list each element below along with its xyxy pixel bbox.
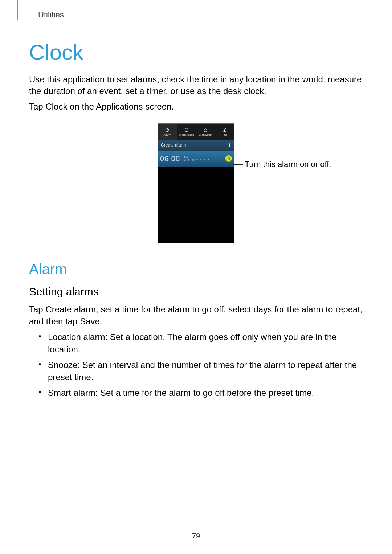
svg-line-12	[230, 157, 230, 157]
tab-world-clock[interactable]: World clock	[177, 124, 196, 140]
alarm-label: Alarm	[184, 156, 225, 159]
setting-alarms-paragraph: Tap Create alarm, set a time for the ala…	[29, 304, 363, 327]
alarm-info: Alarm M T W T F S S	[184, 156, 225, 161]
text-fragment: on the Applications screen.	[67, 102, 174, 111]
page-content: Utilities Clock Use this application to …	[0, 0, 392, 399]
intro-paragraph-1: Use this application to set alarms, chec…	[29, 74, 363, 97]
svg-line-11	[227, 157, 228, 157]
callout-text: Turn this alarm on or off.	[245, 160, 331, 169]
alarm-time: 06:00	[160, 155, 180, 163]
snooze-term: Snooze	[48, 360, 77, 370]
save-term: Save	[80, 316, 100, 326]
text-fragment: Tap	[29, 304, 45, 314]
location-alarm-term: Location alarm	[48, 332, 105, 342]
callout-line	[233, 164, 243, 165]
list-item: Location alarm: Set a location. The alar…	[35, 331, 363, 355]
tab-alarm[interactable]: Alarm	[158, 124, 177, 140]
globe-icon	[184, 127, 189, 132]
tab-label: Alarm	[163, 133, 171, 136]
bullet-desc: : Set an interval and the number of time…	[48, 360, 357, 382]
tab-stopwatch[interactable]: Stopwatch	[196, 124, 216, 140]
screenshot-wrapper: Alarm World clock Stopwatch	[29, 123, 363, 243]
alarm-toggle-icon[interactable]	[225, 155, 232, 162]
tab-label: Stopwatch	[199, 133, 212, 136]
svg-point-10	[228, 158, 230, 160]
plus-icon[interactable]: +	[228, 142, 231, 148]
smart-alarm-term: Smart alarm	[48, 388, 95, 398]
clock-term: Clock	[45, 102, 67, 111]
clock-app-screenshot: Alarm World clock Stopwatch	[158, 123, 234, 243]
create-alarm-term: Create alarm	[45, 304, 96, 314]
alarm-icon	[165, 127, 170, 132]
alarm-row[interactable]: 06:00 Alarm M T W T F S S	[158, 151, 234, 167]
svg-line-8	[205, 130, 206, 130]
page-number: 79	[0, 532, 392, 540]
create-alarm-bar[interactable]: Create alarm +	[158, 140, 234, 151]
list-item: Snooze: Set an interval and the number o…	[35, 359, 363, 383]
hourglass-icon	[222, 127, 227, 132]
list-item: Smart alarm: Set a time for the alarm to…	[35, 387, 363, 399]
left-rule	[17, 0, 18, 20]
tab-label: Timer	[221, 133, 228, 136]
text-fragment: .	[100, 316, 102, 326]
subsection-setting-alarms: Setting alarms	[29, 286, 363, 298]
app-tabs: Alarm World clock Stopwatch	[158, 124, 234, 140]
section-alarm-heading: Alarm	[29, 261, 363, 278]
page-title: Clock	[29, 40, 363, 65]
create-alarm-label: Create alarm	[161, 143, 186, 148]
empty-area	[158, 167, 234, 243]
tab-timer[interactable]: Timer	[215, 124, 234, 140]
bullet-desc: : Set a time for the alarm to go off bef…	[95, 388, 314, 398]
intro-paragraph-2: Tap Clock on the Applications screen.	[29, 101, 363, 112]
tab-label: World clock	[179, 133, 194, 136]
svg-point-7	[204, 129, 207, 132]
breadcrumb: Utilities	[38, 10, 363, 20]
alarm-days: M T W T F S S	[184, 159, 225, 161]
svg-line-2	[166, 128, 166, 128]
stopwatch-icon	[203, 127, 208, 132]
bullet-list: Location alarm: Set a location. The alar…	[29, 331, 363, 399]
svg-line-3	[168, 128, 169, 128]
text-fragment: Tap	[29, 102, 45, 111]
